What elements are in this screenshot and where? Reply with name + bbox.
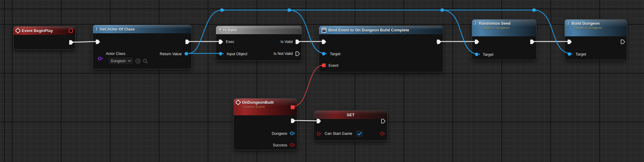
function-icon: ƒ [95, 27, 98, 31]
can-start-game-in-pin[interactable] [316, 131, 322, 136]
node-event-beginplay[interactable]: Event BeginPlay [13, 26, 76, 50]
success-pin-label: Success [273, 143, 287, 147]
target-pin-label: Target [330, 52, 341, 56]
success-out-pin[interactable] [290, 143, 296, 147]
blueprint-graph-canvas[interactable]: Event BeginPlay ƒ Get Actor Of Class Act… [0, 0, 644, 162]
node-subtitle: Target is Dungeon [574, 26, 624, 30]
node-randomize-seed[interactable]: ƒ Randomize Seed Target is Dungeon Targe… [472, 19, 537, 60]
node-header: ƒ Get Actor Of Class [93, 25, 192, 33]
event-diamond-icon [235, 99, 241, 105]
is-not-valid-exec-out-pin[interactable] [295, 51, 300, 56]
node-header: SET [314, 111, 387, 119]
node-build-dungeon[interactable]: ƒ Build Dungeon Target is Dungeon Target [564, 19, 627, 60]
node-subtitle: Custom Event [243, 105, 295, 109]
node-header: Event BeginPlay [13, 27, 75, 35]
event-pin-label: Event [329, 63, 338, 67]
delegate-output-pin[interactable] [69, 29, 73, 33]
exec-pin-label: Exec [226, 40, 234, 44]
actor-class-pin[interactable] [98, 56, 103, 61]
dungeon-pin-label: Dungeon [272, 131, 287, 135]
is-not-valid-pin-label: Is Not Valid [274, 52, 293, 56]
exec-out-pin[interactable] [381, 119, 386, 124]
node-title: SET [347, 113, 354, 117]
node-title: Get Actor Of Class [100, 27, 135, 31]
event-diamond-icon [15, 28, 20, 33]
delegate-output-pin[interactable] [291, 105, 295, 109]
can-start-game-out-pin[interactable] [380, 131, 386, 136]
can-start-game-checkbox[interactable] [357, 131, 363, 136]
target-pin-label: Target [483, 52, 493, 56]
search-icon[interactable] [143, 59, 148, 64]
function-icon: ƒ [567, 21, 570, 26]
is-valid-pin-label: Is Valid [281, 40, 293, 44]
actor-class-pin-label: Actor Class [106, 52, 125, 56]
node-title: Bind Event to On Dungeon Build Complete [328, 28, 409, 32]
wire-exec-ondungeonbuilt-set[interactable] [294, 121, 319, 121]
node-title: Build Dungeon [571, 21, 600, 26]
node-subtitle: Target is Dungeon [481, 26, 534, 30]
node-header: Bind Event to On Dungeon Build Complete [319, 26, 443, 34]
class-select-dropdown[interactable]: Dungeon [108, 57, 133, 65]
exec-out-pin[interactable] [620, 39, 625, 44]
chevron-down-icon [128, 60, 131, 62]
reset-to-default-icon[interactable] [135, 58, 141, 64]
input-object-pin-label: Input Object [227, 52, 247, 56]
node-title: Is Valid [223, 28, 237, 32]
bind-event-icon [322, 28, 326, 33]
node-bind-event[interactable]: Bind Event to On Dungeon Build Complete … [319, 26, 443, 72]
node-header: ƒ Build Dungeon Target is Dungeon [565, 20, 627, 36]
function-icon: ƒ [475, 21, 477, 26]
class-select-value: Dungeon [111, 59, 126, 63]
node-header: ƒ Randomize Seed Target is Dungeon [472, 20, 536, 36]
return-value-pin-label: Return Value [160, 52, 182, 56]
node-header: OnDungeonBuilt Custom Event [234, 99, 297, 115]
can-start-game-label: Can Start Game [325, 131, 352, 136]
node-set-can-start-game[interactable]: SET Can Start Game [314, 110, 388, 141]
node-title: OnDungeonBuilt [242, 100, 274, 105]
node-is-valid[interactable]: ? Is Valid Exec Is Valid Input Object Is… [216, 26, 302, 61]
node-get-actor-of-class[interactable]: ƒ Get Actor Of Class Actor Class Dungeon… [93, 25, 192, 69]
question-mark-icon: ? [218, 28, 221, 32]
target-pin[interactable] [567, 52, 573, 56]
target-pin-label: Target [575, 52, 586, 56]
node-title: Randomize Seed [479, 21, 511, 26]
checkmark-icon [358, 132, 362, 135]
dungeon-out-pin[interactable] [290, 131, 296, 136]
node-on-dungeon-built[interactable]: OnDungeonBuilt Custom Event Dungeon Succ… [233, 98, 297, 150]
node-header: ? Is Valid [216, 26, 302, 34]
node-title: Event BeginPlay [22, 28, 53, 33]
